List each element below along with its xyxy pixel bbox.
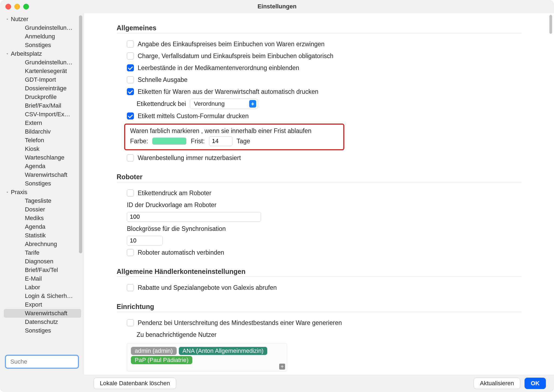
checkbox-einkaufspreis[interactable] [127, 41, 134, 48]
section-haendler: Allgemeine Händlerkonteneinstellungen Ra… [117, 268, 522, 294]
checkbox-charge[interactable] [127, 52, 134, 59]
sidebar-item[interactable]: Grundeinstellun… [4, 58, 81, 67]
sidebar-item[interactable]: Kiosk [4, 145, 81, 153]
sidebar-item[interactable]: Telefon [4, 136, 81, 145]
select-value: Verordnung [194, 100, 225, 107]
sidebar-group-praxis[interactable]: Praxis [0, 188, 84, 197]
search-input[interactable] [10, 358, 85, 366]
checkbox-etiketten-auto[interactable] [127, 88, 134, 95]
checkbox-galexis[interactable] [127, 284, 134, 291]
section-title: Allgemeine Händlerkonteneinstellungen [117, 268, 522, 277]
user-tag[interactable]: PaP (Paul Pädiatrie) [131, 356, 192, 364]
sidebar-item[interactable]: Login & Sicherh… [4, 292, 81, 300]
ok-button[interactable]: OK [525, 378, 546, 389]
checkbox-roboter-etikett[interactable] [127, 190, 134, 197]
titlebar: Einstellungen [0, 0, 554, 13]
content-pane: Allgemeines Angabe des Einkaufspreises b… [84, 13, 554, 375]
etikettendruck-label: Etikettendruck bei [137, 100, 186, 108]
sidebar-tree[interactable]: NutzerGrundeinstellun…AnmeldungSonstiges… [0, 13, 84, 351]
sidebar-item[interactable]: Grundeinstellun… [4, 24, 81, 32]
label: Etikettendruck am Roboter [138, 190, 211, 197]
sidebar-item[interactable]: Agenda [4, 222, 81, 231]
chevron-down-icon [5, 17, 10, 22]
sidebar-item[interactable]: Sonstiges [4, 326, 81, 335]
add-user-button[interactable]: + [279, 364, 285, 370]
label: Angabe des Einkaufspreises beim Einbuche… [138, 41, 325, 48]
id-druckvorlage-label: ID der Druckvorlage am Roboter [127, 201, 216, 209]
sidebar-group-arbeitsplatz[interactable]: Arbeitsplatz [0, 49, 84, 58]
sidebar-item[interactable]: Labor [4, 283, 81, 292]
checkbox-nutzerbasiert[interactable] [127, 154, 134, 161]
notify-users-label: Zu benachrichtigende Nutzer [137, 331, 216, 338]
sidebar: NutzerGrundeinstellun…AnmeldungSonstiges… [0, 13, 84, 375]
sidebar-item[interactable]: Dossiereinträge [4, 84, 81, 93]
label: Warenbestellung immer nutzerbasiert [138, 154, 241, 162]
blockgroesse-label: Blockgrösse für die Synchronisation [127, 225, 226, 232]
expiry-caption: Waren farblich markieren , wenn sie inne… [130, 127, 338, 135]
checkbox-pendenz[interactable] [127, 319, 134, 326]
sidebar-item[interactable]: Statistik [4, 231, 81, 240]
chevron-updown-icon [249, 100, 256, 108]
sidebar-item[interactable]: Kartenlesegerät [4, 67, 81, 75]
checkbox-leerbestaende[interactable] [127, 64, 134, 71]
color-swatch[interactable] [152, 138, 186, 145]
section-allgemeines: Allgemeines Angabe des Einkaufspreises b… [117, 24, 522, 164]
section-einrichtung: Einrichtung Pendenz bei Unterschreitung … [117, 303, 522, 371]
label: Roboter automatisch verbinden [138, 249, 224, 256]
checkbox-custom-formular[interactable] [127, 112, 134, 119]
delete-local-db-button[interactable]: Lokale Datenbank löschen [94, 378, 176, 389]
section-title: Einrichtung [117, 303, 522, 312]
sidebar-item[interactable]: E-Mail [4, 274, 81, 283]
label: Leerbestände in der Medikamentenverordnu… [138, 64, 299, 72]
label: Charge, Verfallsdatum und Einkaufspreis … [138, 52, 334, 60]
sidebar-item[interactable]: Tagesliste [4, 197, 81, 205]
sidebar-item[interactable]: Agenda [4, 162, 81, 171]
label: Etikett mittels Custom-Formular drucken [138, 112, 249, 120]
sidebar-item[interactable]: Diagnosen [4, 257, 81, 266]
etikettendruck-select[interactable]: Verordnung [190, 99, 258, 109]
sidebar-item[interactable]: Dossier [4, 205, 81, 214]
sidebar-item[interactable]: GDT-Import [4, 75, 81, 84]
search-field[interactable] [5, 355, 79, 369]
label: Rabatte und Spezialangebote von Galexis … [138, 284, 277, 291]
sidebar-item[interactable]: Sonstiges [4, 41, 81, 49]
sidebar-item[interactable]: Brief/Fax/Tel [4, 266, 81, 274]
label: Etiketten für Waren aus der Warenwirtsch… [138, 88, 318, 95]
sidebar-item[interactable]: Bildarchiv [4, 127, 81, 136]
refresh-button[interactable]: Aktualisieren [474, 378, 520, 389]
sidebar-group-label: Praxis [11, 189, 27, 196]
notify-users-tags[interactable]: admin (admin)ANA (Anton Allgemeinmedizin… [127, 343, 287, 371]
section-roboter: Roboter Etikettendruck am Roboter ID der… [117, 173, 522, 258]
sidebar-item[interactable]: Druckprofile [4, 93, 81, 101]
frist-input[interactable] [209, 136, 232, 146]
frist-label: Frist: [191, 138, 205, 145]
tage-label: Tage [237, 138, 250, 145]
sidebar-item[interactable]: Brief/Fax/Mail [4, 101, 81, 110]
farbe-label: Farbe: [130, 138, 148, 145]
sidebar-group-nutzer[interactable]: Nutzer [0, 15, 84, 24]
sidebar-scrollbar[interactable] [77, 13, 84, 375]
sidebar-item[interactable]: Warenwirtschaft [4, 171, 81, 179]
sidebar-item[interactable]: Warteschlange [4, 153, 81, 162]
user-tag[interactable]: admin (admin) [131, 347, 177, 355]
blockgroesse-input[interactable] [127, 236, 163, 245]
section-title: Allgemeines [117, 24, 522, 33]
sidebar-item[interactable]: CSV-Import/Ex… [4, 110, 81, 119]
content-scrollbar[interactable] [548, 14, 553, 35]
sidebar-item[interactable]: Abrechnung [4, 240, 81, 248]
checkbox-roboter-auto[interactable] [127, 249, 134, 256]
id-druckvorlage-input[interactable] [127, 212, 261, 222]
user-tag[interactable]: ANA (Anton Allgemeinmedizin) [179, 347, 268, 355]
sidebar-item[interactable]: Mediks [4, 214, 81, 222]
sidebar-item[interactable]: Warenwirtschaft [4, 309, 81, 318]
sidebar-item[interactable]: Datenschutz [4, 318, 81, 326]
section-title: Roboter [117, 173, 522, 182]
checkbox-schnelle-ausgabe[interactable] [127, 76, 134, 83]
sidebar-item[interactable]: Export [4, 300, 81, 309]
sidebar-item[interactable]: Extern [4, 119, 81, 127]
sidebar-item[interactable]: Sonstiges [4, 179, 81, 188]
label: Schnelle Ausgabe [138, 76, 187, 84]
sidebar-item[interactable]: Anmeldung [4, 32, 81, 41]
label: Pendenz bei Unterschreitung des Mindestb… [138, 319, 342, 327]
sidebar-item[interactable]: Tarife [4, 248, 81, 257]
